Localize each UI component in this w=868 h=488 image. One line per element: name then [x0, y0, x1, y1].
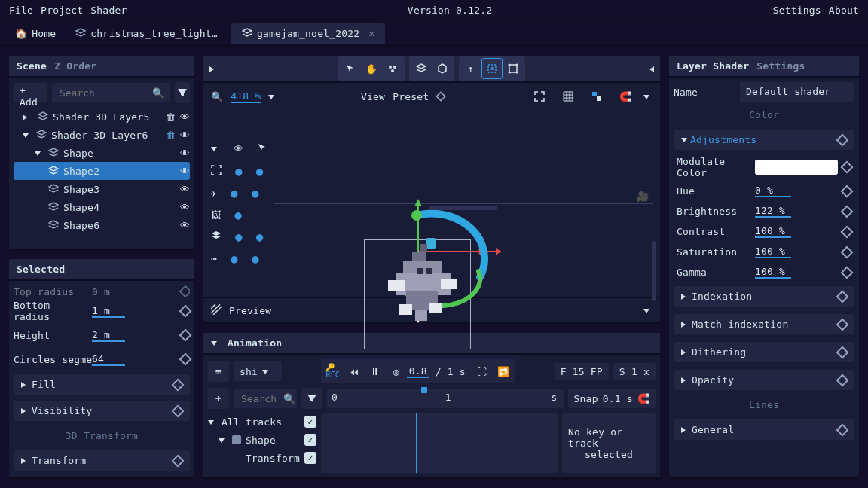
about-link[interactable]: About	[829, 5, 859, 16]
view-menu[interactable]: View	[361, 91, 385, 102]
tab-project-2-active[interactable]: gamejam_noel_2022 ✕	[231, 23, 386, 44]
color-swatch[interactable]	[755, 160, 838, 175]
prop-value[interactable]: 64	[92, 353, 125, 366]
tab-home[interactable]: 🏠 Home	[9, 23, 62, 44]
stack-tool[interactable]	[411, 58, 432, 79]
hatch-icon[interactable]	[211, 304, 222, 317]
shader-name-input[interactable]: Default shader	[740, 82, 854, 102]
eye-icon[interactable]: 👁	[180, 202, 190, 213]
section-opacity[interactable]: Opacity	[674, 370, 854, 390]
disclosure-icon[interactable]	[208, 416, 217, 428]
prop-value[interactable]: 100 %	[755, 266, 791, 279]
zoom-icon[interactable]: 🔍	[211, 91, 223, 102]
selection-box-tool[interactable]	[481, 58, 503, 79]
track-all[interactable]: All tracks ✓	[208, 413, 316, 430]
close-tab-icon[interactable]: ✕	[368, 28, 374, 39]
eye-icon[interactable]: 👁	[234, 143, 243, 154]
record-button[interactable]: 🔑REC	[322, 361, 344, 382]
keyframe-icon[interactable]	[841, 205, 854, 218]
eye-icon[interactable]: 👁	[180, 220, 190, 231]
camera-icon[interactable]: 🎥	[637, 191, 649, 202]
viewport-menu[interactable]	[209, 63, 220, 75]
tab-project-1[interactable]: christmas_tree_light…	[69, 23, 224, 44]
hex-tool[interactable]	[432, 58, 453, 79]
prop-value[interactable]: 0 m	[92, 286, 181, 297]
anim-tab[interactable]: Animation	[228, 337, 282, 349]
prop-value[interactable]: 100 %	[755, 246, 791, 258]
scrollbar-v[interactable]	[652, 241, 656, 301]
snap-dropdown[interactable]	[643, 91, 653, 102]
scrollbar-h[interactable]	[305, 206, 622, 210]
pan-tool[interactable]: ✋	[361, 58, 382, 79]
select-tool[interactable]	[340, 58, 361, 79]
zoom-value[interactable]: 418 %	[231, 90, 261, 103]
nodes-tool[interactable]	[382, 58, 403, 79]
preview-menu[interactable]	[643, 305, 653, 316]
keyframe-icon[interactable]	[179, 329, 192, 342]
add-track-button[interactable]: ＋	[208, 388, 229, 409]
vis-menu[interactable]	[211, 143, 220, 154]
track-transform[interactable]: Transform ✓	[208, 450, 316, 466]
keyframe-icon[interactable]	[836, 318, 849, 331]
keyframe-icon[interactable]	[172, 378, 185, 391]
menu-shader[interactable]: Shader	[90, 5, 127, 16]
tree-item[interactable]: Shader 3D Layer5 🗑 👁	[14, 108, 190, 126]
keyframe-icon[interactable]	[836, 133, 849, 146]
menu-file[interactable]: File	[9, 5, 33, 16]
preset-menu[interactable]: Preset	[393, 91, 429, 102]
section-fill[interactable]: Fill	[14, 374, 190, 395]
keyframe-icon[interactable]	[836, 346, 849, 358]
zoom-dropdown[interactable]	[268, 91, 277, 102]
magnet-icon[interactable]: 🧲	[637, 393, 649, 404]
zorder-tab[interactable]: Z Order	[54, 60, 96, 72]
keyframe-icon[interactable]	[841, 161, 854, 174]
add-button[interactable]: + Add	[14, 83, 47, 102]
crop-tool[interactable]	[211, 165, 222, 178]
prop-value[interactable]: 122 %	[755, 205, 791, 218]
time-value[interactable]: 0.8	[407, 365, 429, 378]
disclosure-icon[interactable]	[219, 435, 228, 446]
anim-search-input[interactable]	[240, 392, 279, 405]
keyframe-icon[interactable]	[436, 91, 447, 102]
eye-icon[interactable]: 👁	[180, 130, 190, 141]
scene-search-input[interactable]	[58, 87, 148, 99]
image-tool[interactable]: 🖼	[211, 209, 221, 221]
layer-shader-tab[interactable]: Layer Shader	[677, 60, 749, 72]
layer-dot[interactable]: ●	[235, 230, 243, 244]
bounds-tool[interactable]	[503, 58, 524, 79]
arrow-up-tool[interactable]: ↑	[460, 58, 481, 79]
snap-value[interactable]: 0.1 s	[603, 393, 633, 404]
tree-item[interactable]: Shape4 👁	[14, 198, 190, 216]
tree-item[interactable]: Shape 👁	[14, 144, 190, 162]
section-general[interactable]: General	[674, 419, 854, 440]
layer-dot[interactable]: ●	[231, 186, 238, 200]
pixel-tool[interactable]	[586, 86, 607, 107]
section-match-indexation[interactable]: Match indexation	[674, 314, 854, 334]
anim-disclosure[interactable]	[211, 337, 220, 349]
section-adjustments[interactable]: Adjustments	[674, 130, 854, 150]
delete-icon[interactable]: 🗑	[166, 111, 176, 123]
menu-project[interactable]: Project	[41, 5, 83, 16]
eye-icon[interactable]: 👁	[180, 148, 190, 159]
eye-icon[interactable]: 👁	[180, 111, 190, 123]
keyframe-icon[interactable]	[841, 225, 854, 238]
layer-settings-tab[interactable]: Settings	[756, 60, 805, 72]
disclosure-icon[interactable]	[23, 130, 32, 141]
magnet-tool[interactable]: 🧲	[615, 86, 636, 107]
fit-tool[interactable]	[529, 86, 550, 107]
speed-chip[interactable]: S 1 x	[613, 363, 656, 380]
disclosure-icon[interactable]	[23, 111, 33, 123]
prop-value[interactable]: 2 m	[92, 329, 125, 342]
brush-tool[interactable]: ✈	[211, 188, 217, 199]
timeline-tracks[interactable]	[321, 413, 558, 473]
keyframe-icon[interactable]	[172, 454, 185, 467]
viewport-canvas[interactable]: x	[274, 203, 653, 204]
filter-button[interactable]	[301, 388, 322, 409]
keyframe-icon[interactable]	[179, 353, 192, 366]
more-tool[interactable]: ⋯	[211, 253, 217, 264]
layer-dot[interactable]: ●	[256, 164, 264, 178]
hamburger-button[interactable]: ≡	[208, 361, 229, 382]
section-indexation[interactable]: Indexation	[674, 286, 854, 307]
playhead[interactable]	[416, 413, 417, 473]
layer-dot[interactable]: ●	[252, 252, 259, 266]
